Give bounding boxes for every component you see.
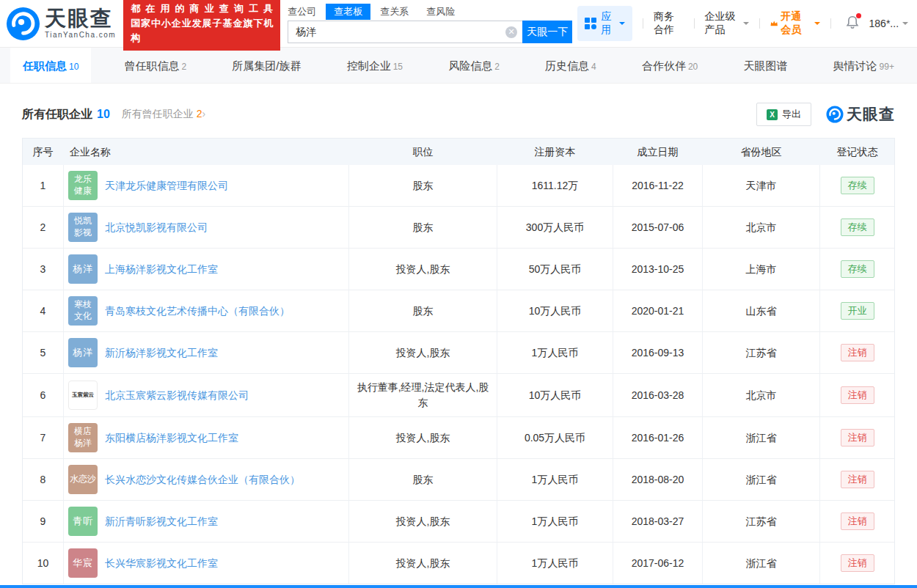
status-cell: 存续 — [819, 249, 894, 290]
page-tab-1[interactable]: 任职信息10 — [10, 48, 91, 83]
enterprise-products-menu[interactable]: 企业级产品 — [705, 10, 750, 37]
company-name-link[interactable]: 新沂杨洋影视文化工作室 — [105, 345, 218, 361]
table-body: 1龙乐健康天津龙乐健康管理有限公司股东1611.12万2016-11-22天津市… — [23, 165, 894, 584]
promo-line-2: 国家中小企业发展子基金旗下机构 — [131, 16, 273, 45]
search-tab-4[interactable]: 查风险 — [426, 4, 455, 20]
status-badge: 存续 — [841, 177, 874, 195]
status-badge: 存续 — [841, 218, 874, 237]
table-row: 3杨洋上海杨洋影视文化工作室投资人,股东50万人民币2013-10-25上海市存… — [23, 248, 894, 290]
status-badge: 注销 — [841, 344, 874, 362]
established-date-cell: 2016-11-22 — [613, 165, 702, 206]
company-logo-text: 水恋沙 — [70, 474, 96, 485]
page-tab-2[interactable]: 曾任职信息2 — [112, 48, 200, 83]
status-badge: 存续 — [841, 260, 874, 279]
chevron-down-icon — [814, 22, 820, 28]
company-name-link[interactable]: 北京玉宸紫云影视传媒有限公司 — [105, 388, 249, 403]
table-row: 2悦凯影视北京悦凯影视有限公司股东300万人民币2015-07-06北京市存续 — [23, 206, 894, 248]
search-tab-2[interactable]: 查老板 — [326, 4, 370, 20]
search-button[interactable]: 天眼一下 — [522, 21, 572, 43]
chevron-down-icon — [902, 22, 908, 28]
company-cell: 龙乐健康天津龙乐健康管理有限公司 — [63, 165, 348, 206]
search-input[interactable] — [288, 21, 522, 43]
account-phone-menu[interactable]: 186*... — [869, 18, 908, 29]
registered-capital-cell: 1611.12万 — [497, 165, 613, 206]
company-name-link[interactable]: 东阳横店杨洋影视文化工作室 — [105, 430, 238, 446]
position-cell: 投资人,股东 — [348, 543, 497, 584]
province-cell: 浙江省 — [702, 459, 819, 500]
page-tab-count: 15 — [393, 62, 403, 72]
crown-icon — [770, 18, 778, 29]
row-index: 1 — [23, 165, 63, 206]
status-badge: 注销 — [841, 386, 874, 405]
watermark-logo-icon — [826, 106, 844, 123]
company-logo-text: 杨洋 — [73, 263, 93, 276]
company-logo-text: 杨洋 — [73, 347, 93, 359]
registered-capital-cell: 50万人民币 — [497, 249, 613, 290]
chevron-down-icon — [619, 22, 625, 28]
established-date-cell: 2016-01-26 — [613, 417, 702, 458]
page-tab-8[interactable]: 天眼图谱 — [731, 48, 800, 83]
company-logo-text: 悦凯 — [74, 216, 92, 227]
company-name-link[interactable]: 天津龙乐健康管理有限公司 — [105, 178, 228, 194]
page-tab-7[interactable]: 合作伙伴20 — [629, 48, 710, 83]
tianyancha-logo[interactable]: 天眼查 TianYanCha.com — [6, 7, 116, 41]
company-logo-text: 文化 — [74, 311, 92, 323]
column-header: 省份地区 — [702, 139, 819, 165]
company-logo-text: 玉宸紫云 — [72, 392, 94, 399]
established-date-cell: 2017-06-12 — [613, 543, 702, 584]
page-tab-label: 合作伙伴 — [642, 59, 686, 72]
status-cell: 注销 — [819, 332, 894, 373]
search-tab-3[interactable]: 查关系 — [380, 4, 409, 20]
page-tab-6[interactable]: 历史信息4 — [533, 48, 609, 83]
company-logo-text: 青听 — [73, 515, 93, 528]
row-index: 3 — [23, 249, 63, 290]
brand-domain: TianYanCha.com — [45, 31, 116, 39]
search-area: 查公司查老板查关系查风险 ✕ 天眼一下 — [288, 4, 577, 43]
search-tabs: 查公司查老板查关系查风险 — [288, 4, 577, 20]
position-cell: 投资人,股东 — [348, 501, 497, 542]
company-logo: 青听 — [68, 507, 98, 536]
position-cell: 股东 — [348, 207, 497, 248]
page-tab-count: 2 — [494, 62, 500, 72]
established-date-cell: 2013-10-25 — [613, 249, 702, 290]
company-name-link[interactable]: 长兴水恋沙文化传媒合伙企业（有限合伙） — [105, 472, 300, 488]
company-logo: 龙乐健康 — [68, 171, 98, 200]
page-tab-count: 99+ — [880, 62, 894, 72]
company-name-link[interactable]: 新沂青听影视文化工作室 — [105, 514, 218, 529]
section-title-count: 10 — [97, 108, 110, 120]
company-name-link[interactable]: 长兴华宸影视文化工作室 — [105, 556, 218, 571]
row-index: 8 — [23, 459, 63, 500]
registered-capital-cell: 1万人民币 — [497, 501, 613, 542]
status-badge: 注销 — [841, 429, 874, 447]
province-cell: 上海市 — [702, 249, 819, 290]
table-row: 5杨洋新沂杨洋影视文化工作室投资人,股东1万人民币2016-09-13江苏省注销 — [23, 331, 894, 373]
top-header: 天眼查 TianYanCha.com 都在用的商业查询工具 国家中小企业发展子基… — [0, 0, 917, 47]
established-date-cell: 2020-01-21 — [613, 290, 702, 331]
apps-menu-button[interactable]: 应用 — [577, 6, 632, 41]
page-tab-label: 所属集团/族群 — [232, 59, 301, 72]
company-logo: 杨洋 — [68, 338, 98, 367]
company-name-link[interactable]: 青岛寒枝文化艺术传播中心（有限合伙） — [105, 304, 290, 319]
column-header: 成立日期 — [613, 139, 702, 165]
page-tab-5[interactable]: 风险信息2 — [436, 48, 512, 83]
search-tab-1[interactable]: 查公司 — [288, 4, 316, 20]
status-cell: 开业 — [819, 290, 894, 331]
page-tab-3[interactable]: 所属集团/族群 — [219, 48, 313, 83]
page-tab-9[interactable]: 舆情讨论99+ — [821, 48, 907, 83]
status-cell: 存续 — [819, 165, 894, 206]
company-logo: 玉宸紫云 — [68, 381, 98, 410]
column-header: 序号 — [23, 139, 63, 165]
export-button[interactable]: X 导出 — [756, 103, 811, 126]
vip-membership-menu[interactable]: 开通会员 — [770, 10, 820, 37]
page-tab-4[interactable]: 控制企业15 — [335, 48, 415, 83]
province-cell: 浙江省 — [702, 543, 819, 584]
position-cell: 股东 — [348, 459, 497, 500]
notification-bell-icon[interactable] — [846, 15, 859, 32]
table-row: 1龙乐健康天津龙乐健康管理有限公司股东1611.12万2016-11-22天津市… — [23, 165, 894, 206]
company-name-link[interactable]: 北京悦凯影视有限公司 — [105, 220, 208, 235]
table-row: 7横店杨洋东阳横店杨洋影视文化工作室投资人,股东0.05万人民币2016-01-… — [23, 416, 894, 458]
company-name-link[interactable]: 上海杨洋影视文化工作室 — [105, 262, 218, 277]
former-positions-link[interactable]: 所有曾任职企业2› — [122, 108, 205, 121]
business-cooperation-link[interactable]: 商务合作 — [654, 10, 684, 37]
status-cell: 注销 — [819, 417, 894, 458]
